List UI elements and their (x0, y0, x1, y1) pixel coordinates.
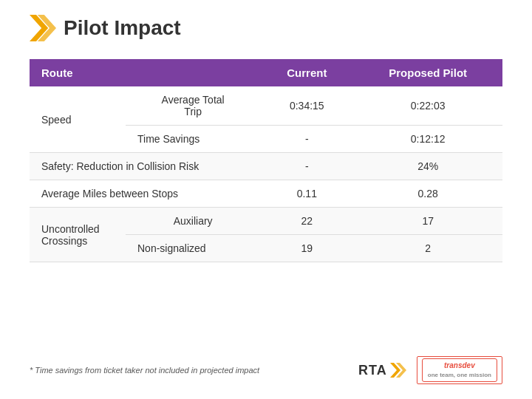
avg-miles-label: Average Miles between Stops (30, 180, 260, 208)
crossings-label: UncontrolledCrossings (30, 208, 126, 262)
table-row: UncontrolledCrossings Auxiliary 22 17 (30, 208, 502, 235)
auxiliary-label: Auxiliary (126, 208, 260, 235)
page-footer: * Time savings from ticket taker not inc… (30, 356, 502, 384)
rta-label: RTA (358, 363, 387, 378)
table-header-row: Route Current Proposed Pilot (30, 59, 502, 86)
nonsignalized-proposed: 2 (353, 235, 502, 262)
time-savings-proposed: 0:12:12 (353, 126, 502, 153)
auxiliary-proposed: 17 (353, 208, 502, 235)
rta-logo: RTA (358, 363, 408, 378)
safety-label: Safety: Reduction in Collision Risk (30, 153, 260, 180)
time-savings-label: Time Savings (126, 126, 260, 153)
page-title: Pilot Impact (64, 16, 181, 40)
nonsignalized-current: 19 (260, 235, 353, 262)
speed-label: Speed (30, 86, 126, 153)
transdev-label: transdevone team, one mission (422, 358, 497, 382)
avg-miles-current: 0.11 (260, 180, 353, 208)
table-row: Speed Average TotalTrip 0:34:15 0:22:03 (30, 86, 502, 126)
nonsignalized-label: Non-signalized (126, 235, 260, 262)
time-savings-current: - (260, 126, 353, 153)
impact-table: Route Current Proposed Pilot Speed Avera… (30, 59, 502, 262)
rta-chevron-icon (390, 363, 408, 378)
page-header: Pilot Impact (30, 15, 502, 41)
avg-miles-proposed: 0.28 (353, 180, 502, 208)
page: Pilot Impact Route Current Proposed Pilo… (0, 0, 532, 399)
col-current: Current (260, 59, 353, 86)
logos: RTA transdevone team, one mission (358, 356, 502, 384)
table-row: Average Miles between Stops 0.11 0.28 (30, 180, 502, 208)
safety-proposed: 24% (353, 153, 502, 180)
avg-trip-current: 0:34:15 (260, 86, 353, 126)
col-route: Route (30, 59, 260, 86)
col-proposed: Proposed Pilot (353, 59, 502, 86)
footnote-text: * Time savings from ticket taker not inc… (30, 366, 259, 375)
table-row: Safety: Reduction in Collision Risk - 24… (30, 153, 502, 180)
auxiliary-current: 22 (260, 208, 353, 235)
avg-trip-proposed: 0:22:03 (353, 86, 502, 126)
transdev-logo: transdevone team, one mission (417, 356, 502, 384)
safety-current: - (260, 153, 353, 180)
avg-trip-label: Average TotalTrip (126, 86, 260, 126)
chevron-icon (30, 15, 56, 41)
